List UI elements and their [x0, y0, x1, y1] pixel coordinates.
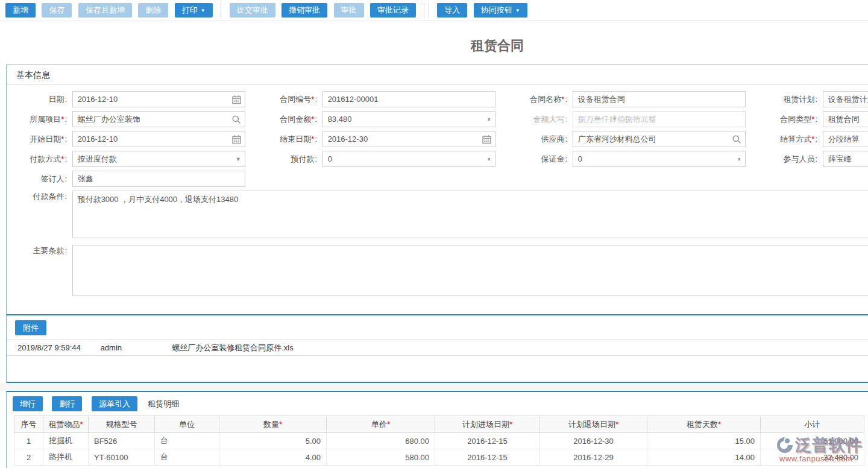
field-signer: 签订人 张鑫 [7, 171, 257, 187]
col-subtotal: 小计 [761, 416, 864, 433]
settlement-method-input[interactable]: 分段结算 [823, 131, 868, 147]
cell-price[interactable]: 580.00 [327, 449, 435, 466]
caret-down-icon: ▼ [515, 8, 520, 13]
toolbar-separator [429, 3, 429, 17]
print-button[interactable]: 打印▼ [175, 3, 213, 17]
attachment-row[interactable]: 2019/8/27 9:59:44 admin 螺丝厂办公室装修租赁合同原件.x… [7, 340, 868, 356]
payment-method-select[interactable]: 按进度付款 ▼ [72, 151, 245, 167]
end-date-input[interactable]: 2016-12-30 [322, 131, 495, 147]
submit-approval-button[interactable]: 提交审批 [230, 3, 275, 17]
contract-name-input[interactable]: 设备租赁合同 [573, 91, 746, 107]
field-settlement-method: 结算方式* 分段结算 [757, 131, 868, 147]
field-contract-type: 合同类型* 租赁合同 [757, 111, 868, 127]
delete-row-button[interactable]: 删行 [52, 396, 82, 411]
add-row-button[interactable]: 增行 [13, 396, 43, 411]
calendar-icon[interactable] [232, 95, 241, 104]
cell-qty[interactable]: 4.00 [219, 449, 327, 466]
cell-model[interactable]: BF526 [89, 433, 155, 449]
field-lease-plan: 租赁计划 设备租赁计划 [757, 91, 868, 107]
attachment-list: 2019/8/27 9:59:44 admin 螺丝厂办公室装修租赁合同原件.x… [7, 340, 868, 356]
field-end-date: 结束日期* 2016-12-30 [257, 131, 507, 147]
cell-exit-date[interactable]: 2016-12-30 [540, 433, 647, 449]
lease-plan-input[interactable]: 设备租赁计划 [823, 91, 868, 107]
cell-subtotal: 32,480.00 [761, 449, 864, 466]
page-title: 租赁合同 [0, 21, 868, 65]
cell-seq: 1 [14, 433, 43, 449]
col-model: 规格型号 [89, 416, 155, 433]
main-clauses-textarea[interactable] [72, 245, 868, 296]
add-button[interactable]: 新增 [5, 3, 36, 17]
table-header-row: 序号 租赁物品* 规格型号 单位 数量* 单价* 计划进场日期* 计划退场日期*… [14, 416, 864, 433]
save-button[interactable]: 保存 [42, 3, 72, 17]
date-input[interactable]: 2016-12-10 [72, 91, 245, 107]
calendar-icon[interactable] [232, 134, 241, 144]
field-amount-in-words: 金额大写 捌万叁仟肆佰捌拾元整 [507, 111, 757, 127]
caret-down-icon: ▼ [201, 8, 206, 13]
cell-days[interactable]: 15.00 [647, 433, 761, 449]
attachment-button[interactable]: 附件 [15, 320, 46, 335]
cell-unit[interactable]: 台 [155, 433, 219, 449]
cell-unit[interactable]: 台 [155, 449, 219, 466]
start-date-input[interactable]: 2016-12-10 [72, 131, 245, 147]
search-icon[interactable] [231, 115, 241, 124]
revoke-approval-button[interactable]: 撤销审批 [281, 3, 327, 17]
attachment-time: 2019/8/27 9:59:44 [7, 340, 98, 356]
basic-info-panel: 基本信息 日期 2016-12-10 合同编号* 201612-00001 合同… [6, 65, 868, 383]
signer-input[interactable]: 张鑫 [72, 171, 245, 187]
project-input[interactable]: 螺丝厂办公室装饰 [72, 111, 245, 127]
field-supplier: 供应商 广东省河沙材料总公司 [507, 131, 757, 147]
field-advance-payment: 预付款 0 ▲▼ [257, 151, 507, 167]
cell-item[interactable]: 挖掘机 [43, 433, 89, 449]
cell-days[interactable]: 14.00 [647, 449, 761, 466]
toolbar-separator [221, 3, 221, 17]
cell-entry-date[interactable]: 2016-12-15 [435, 433, 540, 449]
cell-price[interactable]: 680.00 [327, 433, 435, 449]
contract-type-input[interactable]: 租赁合同 [823, 111, 868, 127]
field-payment-terms: 付款条件 预付款3000 ，月中支付4000，退场支付13480 [7, 191, 868, 238]
field-start-date: 开始日期* 2016-12-10 [7, 131, 257, 147]
delete-button[interactable]: 删除 [138, 3, 168, 17]
field-date: 日期 2016-12-10 [7, 91, 257, 107]
contract-amount-input[interactable]: 83,480 ▲▼ [322, 111, 495, 127]
advance-payment-input[interactable]: 0 ▲▼ [322, 151, 495, 167]
cell-qty[interactable]: 5.00 [219, 433, 327, 449]
amount-in-words-input: 捌万叁仟肆佰捌拾元整 [573, 111, 746, 127]
import-button[interactable]: 导入 [437, 3, 467, 17]
toolbar-separator [424, 3, 424, 17]
import-source-button[interactable]: 源单引入 [92, 396, 137, 411]
panel-gap [0, 383, 868, 391]
cell-model[interactable]: YT-60100 [89, 449, 155, 466]
search-icon[interactable] [732, 134, 741, 144]
field-participants: 参与人员 薛宝峰 [757, 151, 868, 167]
col-item: 租赁物品* [43, 416, 89, 433]
col-exit-date: 计划退场日期* [540, 416, 647, 433]
deposit-input[interactable]: 0 ▲▼ [573, 151, 746, 167]
contract-no-input[interactable]: 201612-00001 [322, 91, 495, 107]
approval-record-button[interactable]: 审批记录 [370, 3, 416, 17]
col-days: 租赁天数* [647, 416, 761, 433]
calendar-icon[interactable] [482, 134, 491, 144]
attachment-filename[interactable]: 螺丝厂办公室装修租赁合同原件.xls [172, 340, 294, 356]
section-title: 基本信息 [7, 65, 868, 85]
cell-entry-date[interactable]: 2016-12-15 [435, 449, 540, 466]
field-main-clauses: 主要条款 [7, 245, 868, 308]
supplier-input[interactable]: 广东省河沙材料总公司 [573, 131, 746, 147]
lease-detail-table: 序号 租赁物品* 规格型号 单位 数量* 单价* 计划进场日期* 计划退场日期*… [14, 416, 864, 466]
table-row[interactable]: 2 路拌机 YT-60100 台 4.00 580.00 2016-12-15 … [14, 449, 864, 466]
field-deposit: 保证金 0 ▲▼ [507, 151, 757, 167]
detail-title: 租赁明细 [148, 399, 179, 410]
field-contract-no: 合同编号* 201612-00001 [257, 91, 507, 107]
payment-terms-textarea[interactable]: 预付款3000 ，月中支付4000，退场支付13480 [72, 191, 868, 238]
approve-button[interactable]: 审批 [334, 3, 364, 17]
detail-toolbar: 增行 删行 源单引入 租赁明细 [13, 396, 868, 411]
field-contract-amount: 合同金额* 83,480 ▲▼ [257, 111, 507, 127]
table-row[interactable]: 1 挖掘机 BF526 台 5.00 680.00 2016-12-15 201… [14, 433, 864, 449]
save-and-new-button[interactable]: 保存且新增 [78, 3, 132, 17]
participants-input[interactable]: 薛宝峰 [823, 151, 868, 167]
cell-exit-date[interactable]: 2016-12-29 [540, 449, 647, 466]
collaboration-button[interactable]: 协同按钮▼ [474, 3, 527, 17]
col-qty: 数量* [219, 416, 327, 433]
col-price: 单价* [327, 416, 435, 433]
cell-item[interactable]: 路拌机 [43, 449, 89, 466]
field-project: 所属项目* 螺丝厂办公室装饰 [7, 111, 257, 127]
